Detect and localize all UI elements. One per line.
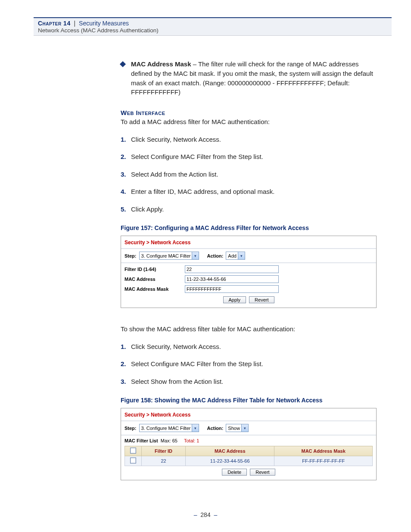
chevron-down-icon: ▾ [192, 252, 199, 259]
step-select[interactable]: 3. Configure MAC Filter ▾ [139, 424, 199, 432]
checkbox-icon[interactable] [130, 457, 136, 464]
bullet-item: MAC Address Mask – The filter rule will … [121, 59, 377, 97]
step-text: Click Apply. [131, 205, 164, 215]
step-select[interactable]: 3. Configure MAC Filter ▾ [139, 252, 199, 260]
filter-id-input[interactable] [185, 265, 279, 273]
step-text: Click Security, Network Access. [131, 135, 221, 145]
screenshot-add-filter: Security > Network Access Step: 3. Confi… [121, 236, 377, 308]
chapter-subtitle: Network Access (MAC Address Authenticati… [38, 27, 387, 34]
select-all-header[interactable] [125, 446, 142, 456]
mac-address-label: MAC Address [125, 277, 185, 282]
intro-show: To show the MAC address filter table for… [121, 324, 377, 334]
cell-filter-id: 22 [142, 456, 186, 466]
mac-filter-table: Filter ID MAC Address MAC Address Mask 2… [125, 446, 373, 466]
col-mac-address: MAC Address [186, 446, 274, 456]
page-number: – 284 – [0, 511, 411, 518]
step-num: 3. [121, 377, 131, 387]
action-select[interactable]: Add ▾ [226, 252, 245, 260]
diamond-bullet-icon [120, 61, 126, 67]
apply-button[interactable]: Apply [223, 296, 246, 303]
action-label: Action: [207, 253, 223, 258]
breadcrumb: Security > Network Access [125, 412, 373, 418]
revert-button[interactable]: Revert [250, 469, 275, 476]
step-text: Select Show from the Action list. [131, 377, 223, 387]
action-select-value: Show [228, 426, 240, 431]
table-row: 22 11-22-33-44-55-66 FF-FF-FF-FF-FF-FF [125, 456, 373, 466]
mac-address-input[interactable] [185, 275, 279, 283]
step-num: 2. [121, 152, 131, 162]
step-num: 3. [121, 170, 131, 180]
page-header: Chapter 14 | Security Measures Network A… [34, 18, 392, 36]
step-label: Step: [125, 426, 137, 431]
step-num: 5. [121, 205, 131, 215]
delete-button[interactable]: Delete [222, 469, 247, 476]
step-num: 2. [121, 359, 131, 369]
step-text: Select Configure MAC Filter from the Ste… [131, 152, 263, 162]
step-num: 1. [121, 342, 131, 352]
steps-show: 1.Click Security, Network Access. 2.Sele… [121, 342, 377, 387]
cell-mac-address: 11-22-33-44-55-66 [186, 456, 274, 466]
mac-mask-input[interactable] [185, 285, 279, 293]
list-label: MAC Filter List [125, 438, 158, 443]
chapter-label: Chapter 14 [38, 20, 71, 27]
action-label: Action: [207, 426, 223, 431]
step-text: Select Add from the Action list. [131, 170, 218, 180]
step-label: Step: [125, 253, 137, 258]
action-select-value: Add [228, 253, 237, 258]
chevron-down-icon: ▾ [241, 424, 248, 432]
mac-mask-label: MAC Address Mask [125, 286, 185, 292]
row-checkbox-cell[interactable] [125, 456, 142, 466]
step-text: Enter a filter ID, MAC address, and opti… [131, 187, 274, 197]
filter-id-label: Filter ID (1-64) [125, 267, 185, 272]
col-filter-id: Filter ID [142, 446, 186, 456]
chapter-title: Security Measures [79, 20, 129, 27]
action-select[interactable]: Show ▾ [226, 424, 249, 432]
figure-157-caption: Figure 157: Configuring a MAC Address Fi… [121, 224, 377, 231]
intro-add: To add a MAC address filter for MAC auth… [121, 117, 377, 127]
web-interface-heading: Web Interface [121, 109, 377, 116]
figure-158-caption: Figure 158: Showing the MAC Address Filt… [121, 397, 377, 404]
steps-add: 1.Click Security, Network Access. 2.Sele… [121, 135, 377, 215]
col-mac-mask: MAC Address Mask [274, 446, 373, 456]
chevron-down-icon: ▾ [238, 252, 245, 259]
chevron-down-icon: ▾ [192, 424, 199, 432]
revert-button[interactable]: Revert [249, 296, 274, 303]
step-select-value: 3. Configure MAC Filter [141, 426, 191, 431]
step-select-value: 3. Configure MAC Filter [141, 253, 191, 258]
bullet-term: MAC Address Mask [131, 60, 191, 68]
table-header-row: Filter ID MAC Address MAC Address Mask [125, 446, 373, 456]
breadcrumb: Security > Network Access [125, 240, 373, 246]
step-text: Click Security, Network Access. [131, 342, 221, 352]
page-number-value: 284 [200, 511, 210, 518]
crumb-separator: | [74, 20, 76, 27]
list-total: Total: 1 [184, 438, 199, 443]
checkbox-icon[interactable] [130, 448, 136, 454]
screenshot-show-filter: Security > Network Access Step: 3. Confi… [121, 408, 377, 480]
step-num: 1. [121, 135, 131, 145]
list-max: Max: 65 [161, 438, 177, 443]
cell-mac-mask: FF-FF-FF-FF-FF-FF [274, 456, 373, 466]
step-text: Select Configure MAC Filter from the Ste… [131, 359, 263, 369]
step-num: 4. [121, 187, 131, 197]
